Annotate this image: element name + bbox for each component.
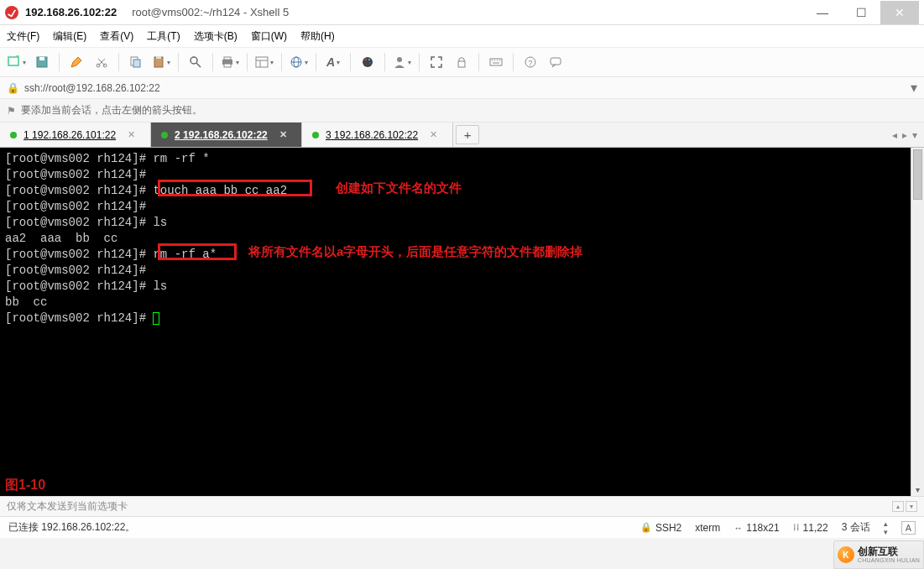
terminal-line: [root@vms002 rh124]# — [5, 311, 153, 325]
terminal-line: aa2 aaa bb cc — [5, 232, 117, 245]
status-dot-icon — [161, 132, 168, 138]
terminal-line: [root@vms002 rh124]# ls — [5, 216, 167, 229]
printer-icon[interactable]: ▾ — [218, 50, 242, 74]
minimize-button[interactable]: — — [803, 1, 842, 24]
flag-icon[interactable]: ⚑ — [7, 105, 16, 117]
tab-nav: ◂ ▸ ▾ — [885, 123, 924, 147]
menu-help[interactable]: 帮助(H) — [300, 29, 335, 44]
scroll-down-icon[interactable]: ▾ — [911, 483, 924, 496]
fullscreen-icon[interactable] — [425, 50, 448, 74]
watermark: K 创新互联 CHUANGXIN HULIAN — [833, 540, 924, 569]
status-size: ↔118x21 — [733, 522, 779, 534]
pencil-icon[interactable] — [65, 50, 88, 74]
tab-3-label: 192.168.26.102:22 — [334, 129, 418, 141]
panel-icon[interactable]: ▾ — [253, 50, 276, 74]
annotation-1: 创建如下文件名的文件 — [336, 180, 462, 196]
terminal-line: bb cc — [5, 295, 47, 309]
menu-window[interactable]: 窗口(W) — [251, 29, 287, 44]
connection-url[interactable]: ssh://root@192.168.26.102:22 — [24, 82, 160, 94]
status-bar: 已连接 192.168.26.102:22。 🔒SSH2 xterm ↔118x… — [0, 516, 924, 538]
status-term: xterm — [695, 522, 720, 534]
status-caps-icon: A — [901, 521, 916, 535]
save-icon[interactable] — [30, 50, 54, 74]
status-connection: 已连接 192.168.26.102:22。 — [8, 520, 135, 535]
toolbar-separator — [59, 53, 60, 71]
help-icon[interactable]: ? — [519, 50, 542, 74]
svg-rect-16 — [256, 57, 268, 67]
size-icon: ↔ — [733, 523, 743, 533]
tab-1-close-icon[interactable]: ✕ — [128, 129, 135, 140]
annotation-2: 将所有文件名以a字母开头，后面是任意字符的文件都删除掉 — [248, 243, 582, 259]
toolbar-separator — [212, 53, 213, 71]
svg-rect-10 — [156, 56, 161, 59]
keyboard-icon[interactable] — [484, 50, 508, 74]
close-button[interactable]: ✕ — [880, 1, 919, 24]
tab-1[interactable]: 1 192.168.26.101:22 ✕ — [0, 123, 151, 147]
status-ssh: 🔒SSH2 — [640, 522, 681, 534]
new-tab-button[interactable]: + — [456, 125, 479, 144]
new-terminal-icon[interactable]: ▾ — [5, 50, 29, 74]
status-sessions: 3 会话 — [842, 520, 870, 535]
menu-edit[interactable]: 编辑(E) — [53, 29, 86, 44]
watermark-sub: CHUANGXIN HULIAN — [858, 557, 920, 563]
terminal-line: [root@vms002 rh124]# rm -rf * — [5, 152, 210, 165]
hint-text: 要添加当前会话，点击左侧的箭头按钮。 — [21, 103, 202, 117]
palette-icon[interactable] — [356, 50, 379, 74]
chat-icon[interactable] — [544, 50, 567, 74]
tab-3-close-icon[interactable]: ✕ — [430, 129, 437, 140]
title-bar: 192.168.26.102:22 root@vms002:~/rh124 - … — [0, 0, 924, 25]
svg-rect-4 — [39, 57, 44, 60]
tab-prev-icon[interactable]: ◂ — [892, 129, 897, 141]
status-dot-icon — [312, 132, 319, 138]
svg-point-23 — [365, 59, 367, 60]
send-up-icon[interactable]: ▴ — [892, 501, 904, 512]
svg-rect-8 — [133, 60, 140, 67]
globe-icon[interactable]: ▾ — [287, 50, 311, 74]
session-tabs: 1 192.168.26.101:22 ✕ 2 192.168.26.102:2… — [0, 123, 924, 148]
lock-icon[interactable] — [450, 50, 473, 74]
figure-label: 图1-10 — [5, 477, 45, 493]
terminal-line: [root@vms002 rh124]# ls — [5, 279, 167, 293]
send-text-label[interactable]: 仅将文本发送到当前选项卡 — [7, 499, 128, 514]
menu-bar: 文件(F) 编辑(E) 查看(V) 工具(T) 选项卡(B) 窗口(W) 帮助(… — [0, 25, 924, 47]
tab-1-label: 192.168.26.101:22 — [32, 129, 116, 141]
status-sessions-caret[interactable]: ▴▾ — [884, 519, 888, 536]
send-down-icon[interactable]: ▾ — [906, 501, 917, 512]
toolbar-separator — [419, 53, 420, 71]
menu-tools[interactable]: 工具(T) — [147, 29, 180, 44]
profile-icon[interactable]: ▾ — [390, 50, 414, 74]
hint-bar: ⚑ 要添加当前会话，点击左侧的箭头按钮。 — [0, 99, 924, 123]
address-dropdown-icon[interactable]: ▾ — [911, 80, 917, 96]
tab-2[interactable]: 2 192.168.26.102:22 ✕ — [151, 123, 302, 147]
search-icon[interactable] — [184, 50, 207, 74]
paste-icon[interactable]: ▾ — [149, 50, 173, 74]
tab-2-close-icon[interactable]: ✕ — [279, 129, 287, 140]
terminal-area: [root@vms002 rh124]# rm -rf * [root@vms0… — [0, 148, 924, 496]
terminal-line: [root@vms002 rh124]# rm -rf a* — [5, 248, 217, 261]
terminal-line: [root@vms002 rh124]# — [5, 264, 146, 277]
svg-rect-14 — [224, 57, 231, 60]
watermark-brand: 创新互联 — [858, 546, 920, 557]
tab-next-icon[interactable]: ▸ — [902, 129, 907, 141]
toolbar-separator — [247, 53, 248, 71]
terminal-scrollbar[interactable]: ▴ ▾ — [911, 148, 924, 496]
svg-point-24 — [368, 59, 370, 60]
tab-3[interactable]: 3 192.168.26.102:22 ✕ — [302, 123, 453, 147]
menu-file[interactable]: 文件(F) — [7, 29, 39, 44]
menu-tabs[interactable]: 选项卡(B) — [194, 29, 238, 44]
toolbar-separator — [178, 53, 179, 71]
toolbar-separator — [350, 53, 351, 71]
font-icon[interactable]: A▾ — [321, 50, 345, 74]
window-title: root@vms002:~/rh124 - Xshell 5 — [132, 6, 289, 18]
address-bar: 🔒 ssh://root@192.168.26.102:22 ▾ — [0, 77, 924, 99]
terminal[interactable]: [root@vms002 rh124]# rm -rf * [root@vms0… — [0, 148, 911, 496]
svg-point-25 — [369, 62, 371, 64]
send-text-row: 仅将文本发送到当前选项卡 ▴ ▾ — [0, 496, 924, 516]
maximize-button[interactable]: ☐ — [842, 1, 880, 24]
tab-dropdown-icon[interactable]: ▾ — [912, 129, 917, 141]
svg-rect-15 — [224, 64, 231, 67]
scissors-icon[interactable] — [90, 50, 113, 74]
menu-view[interactable]: 查看(V) — [100, 29, 133, 44]
copy-icon[interactable] — [124, 50, 148, 74]
scroll-thumb[interactable] — [913, 149, 922, 200]
